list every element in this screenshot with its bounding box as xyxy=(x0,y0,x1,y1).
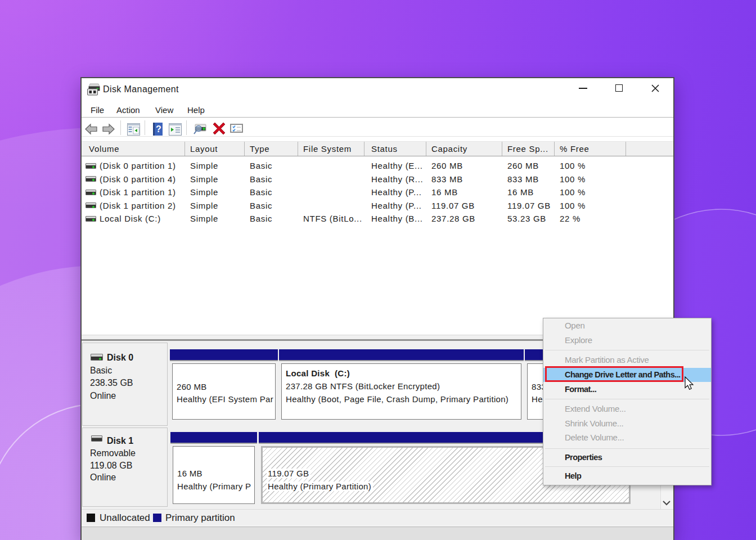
svg-text:?: ? xyxy=(156,124,161,134)
